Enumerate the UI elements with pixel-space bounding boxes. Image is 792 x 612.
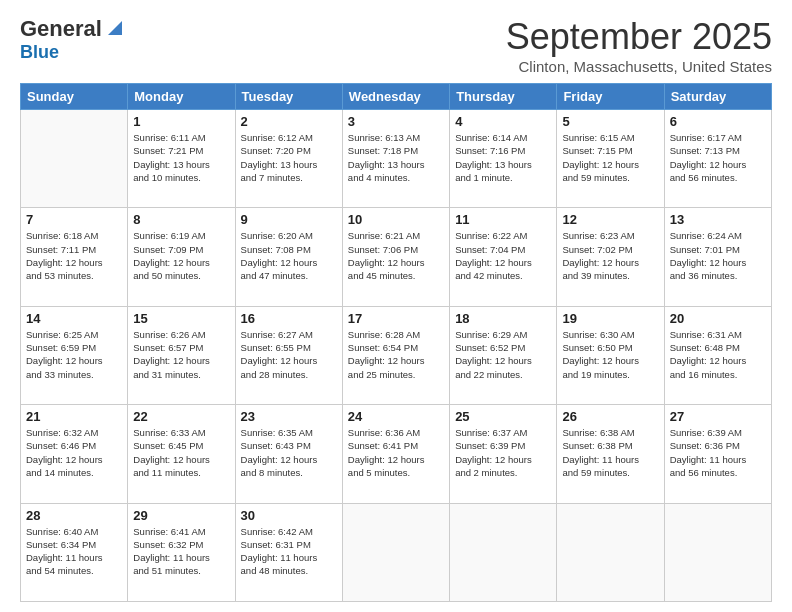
- day-number: 17: [348, 311, 444, 326]
- table-row: 26Sunrise: 6:38 AM Sunset: 6:38 PM Dayli…: [557, 405, 664, 503]
- day-info: Sunrise: 6:29 AM Sunset: 6:52 PM Dayligh…: [455, 328, 551, 381]
- day-number: 25: [455, 409, 551, 424]
- day-number: 7: [26, 212, 122, 227]
- day-number: 13: [670, 212, 766, 227]
- table-row: 8Sunrise: 6:19 AM Sunset: 7:09 PM Daylig…: [128, 208, 235, 306]
- day-info: Sunrise: 6:28 AM Sunset: 6:54 PM Dayligh…: [348, 328, 444, 381]
- svg-marker-0: [108, 21, 122, 35]
- day-number: 11: [455, 212, 551, 227]
- day-info: Sunrise: 6:33 AM Sunset: 6:45 PM Dayligh…: [133, 426, 229, 479]
- table-row: 9Sunrise: 6:20 AM Sunset: 7:08 PM Daylig…: [235, 208, 342, 306]
- day-info: Sunrise: 6:39 AM Sunset: 6:36 PM Dayligh…: [670, 426, 766, 479]
- day-info: Sunrise: 6:37 AM Sunset: 6:39 PM Dayligh…: [455, 426, 551, 479]
- table-row: [664, 503, 771, 601]
- day-number: 6: [670, 114, 766, 129]
- table-row: 1Sunrise: 6:11 AM Sunset: 7:21 PM Daylig…: [128, 110, 235, 208]
- table-row: 18Sunrise: 6:29 AM Sunset: 6:52 PM Dayli…: [450, 306, 557, 404]
- day-number: 22: [133, 409, 229, 424]
- day-info: Sunrise: 6:36 AM Sunset: 6:41 PM Dayligh…: [348, 426, 444, 479]
- table-row: 19Sunrise: 6:30 AM Sunset: 6:50 PM Dayli…: [557, 306, 664, 404]
- table-row: 20Sunrise: 6:31 AM Sunset: 6:48 PM Dayli…: [664, 306, 771, 404]
- table-row: 2Sunrise: 6:12 AM Sunset: 7:20 PM Daylig…: [235, 110, 342, 208]
- day-info: Sunrise: 6:25 AM Sunset: 6:59 PM Dayligh…: [26, 328, 122, 381]
- col-tuesday: Tuesday: [235, 84, 342, 110]
- day-info: Sunrise: 6:24 AM Sunset: 7:01 PM Dayligh…: [670, 229, 766, 282]
- day-number: 14: [26, 311, 122, 326]
- table-row: 6Sunrise: 6:17 AM Sunset: 7:13 PM Daylig…: [664, 110, 771, 208]
- logo-triangle-icon: [104, 17, 126, 39]
- table-row: 7Sunrise: 6:18 AM Sunset: 7:11 PM Daylig…: [21, 208, 128, 306]
- table-row: [342, 503, 449, 601]
- day-info: Sunrise: 6:23 AM Sunset: 7:02 PM Dayligh…: [562, 229, 658, 282]
- table-row: 23Sunrise: 6:35 AM Sunset: 6:43 PM Dayli…: [235, 405, 342, 503]
- day-info: Sunrise: 6:20 AM Sunset: 7:08 PM Dayligh…: [241, 229, 337, 282]
- page: General Blue September 2025 Clinton, Mas…: [0, 0, 792, 612]
- day-number: 27: [670, 409, 766, 424]
- day-info: Sunrise: 6:11 AM Sunset: 7:21 PM Dayligh…: [133, 131, 229, 184]
- col-thursday: Thursday: [450, 84, 557, 110]
- col-monday: Monday: [128, 84, 235, 110]
- day-info: Sunrise: 6:35 AM Sunset: 6:43 PM Dayligh…: [241, 426, 337, 479]
- day-number: 10: [348, 212, 444, 227]
- title-block: September 2025 Clinton, Massachusetts, U…: [506, 16, 772, 75]
- day-number: 19: [562, 311, 658, 326]
- day-number: 1: [133, 114, 229, 129]
- table-row: 13Sunrise: 6:24 AM Sunset: 7:01 PM Dayli…: [664, 208, 771, 306]
- table-row: 29Sunrise: 6:41 AM Sunset: 6:32 PM Dayli…: [128, 503, 235, 601]
- table-row: 12Sunrise: 6:23 AM Sunset: 7:02 PM Dayli…: [557, 208, 664, 306]
- day-number: 16: [241, 311, 337, 326]
- day-info: Sunrise: 6:14 AM Sunset: 7:16 PM Dayligh…: [455, 131, 551, 184]
- day-number: 3: [348, 114, 444, 129]
- table-row: 16Sunrise: 6:27 AM Sunset: 6:55 PM Dayli…: [235, 306, 342, 404]
- location-subtitle: Clinton, Massachusetts, United States: [506, 58, 772, 75]
- table-row: 27Sunrise: 6:39 AM Sunset: 6:36 PM Dayli…: [664, 405, 771, 503]
- day-number: 20: [670, 311, 766, 326]
- day-number: 5: [562, 114, 658, 129]
- day-number: 28: [26, 508, 122, 523]
- day-info: Sunrise: 6:17 AM Sunset: 7:13 PM Dayligh…: [670, 131, 766, 184]
- table-row: 25Sunrise: 6:37 AM Sunset: 6:39 PM Dayli…: [450, 405, 557, 503]
- day-number: 15: [133, 311, 229, 326]
- table-row: 4Sunrise: 6:14 AM Sunset: 7:16 PM Daylig…: [450, 110, 557, 208]
- day-info: Sunrise: 6:12 AM Sunset: 7:20 PM Dayligh…: [241, 131, 337, 184]
- table-row: 15Sunrise: 6:26 AM Sunset: 6:57 PM Dayli…: [128, 306, 235, 404]
- calendar-table: Sunday Monday Tuesday Wednesday Thursday…: [20, 83, 772, 602]
- col-wednesday: Wednesday: [342, 84, 449, 110]
- table-row: 22Sunrise: 6:33 AM Sunset: 6:45 PM Dayli…: [128, 405, 235, 503]
- day-number: 24: [348, 409, 444, 424]
- table-row: 14Sunrise: 6:25 AM Sunset: 6:59 PM Dayli…: [21, 306, 128, 404]
- col-friday: Friday: [557, 84, 664, 110]
- day-info: Sunrise: 6:40 AM Sunset: 6:34 PM Dayligh…: [26, 525, 122, 578]
- table-row: 17Sunrise: 6:28 AM Sunset: 6:54 PM Dayli…: [342, 306, 449, 404]
- table-row: 10Sunrise: 6:21 AM Sunset: 7:06 PM Dayli…: [342, 208, 449, 306]
- day-number: 12: [562, 212, 658, 227]
- day-number: 29: [133, 508, 229, 523]
- day-number: 21: [26, 409, 122, 424]
- day-number: 2: [241, 114, 337, 129]
- table-row: 5Sunrise: 6:15 AM Sunset: 7:15 PM Daylig…: [557, 110, 664, 208]
- day-info: Sunrise: 6:27 AM Sunset: 6:55 PM Dayligh…: [241, 328, 337, 381]
- day-info: Sunrise: 6:30 AM Sunset: 6:50 PM Dayligh…: [562, 328, 658, 381]
- day-info: Sunrise: 6:32 AM Sunset: 6:46 PM Dayligh…: [26, 426, 122, 479]
- logo: General Blue: [20, 16, 126, 63]
- col-sunday: Sunday: [21, 84, 128, 110]
- table-row: [557, 503, 664, 601]
- day-number: 30: [241, 508, 337, 523]
- day-info: Sunrise: 6:19 AM Sunset: 7:09 PM Dayligh…: [133, 229, 229, 282]
- month-title: September 2025: [506, 16, 772, 58]
- table-row: 24Sunrise: 6:36 AM Sunset: 6:41 PM Dayli…: [342, 405, 449, 503]
- table-row: 3Sunrise: 6:13 AM Sunset: 7:18 PM Daylig…: [342, 110, 449, 208]
- table-row: [21, 110, 128, 208]
- col-saturday: Saturday: [664, 84, 771, 110]
- logo-text-blue: Blue: [20, 42, 59, 63]
- day-info: Sunrise: 6:13 AM Sunset: 7:18 PM Dayligh…: [348, 131, 444, 184]
- logo-text-general: General: [20, 16, 102, 42]
- table-row: 21Sunrise: 6:32 AM Sunset: 6:46 PM Dayli…: [21, 405, 128, 503]
- day-number: 26: [562, 409, 658, 424]
- day-number: 23: [241, 409, 337, 424]
- table-row: 30Sunrise: 6:42 AM Sunset: 6:31 PM Dayli…: [235, 503, 342, 601]
- day-info: Sunrise: 6:38 AM Sunset: 6:38 PM Dayligh…: [562, 426, 658, 479]
- day-info: Sunrise: 6:22 AM Sunset: 7:04 PM Dayligh…: [455, 229, 551, 282]
- table-row: [450, 503, 557, 601]
- day-info: Sunrise: 6:41 AM Sunset: 6:32 PM Dayligh…: [133, 525, 229, 578]
